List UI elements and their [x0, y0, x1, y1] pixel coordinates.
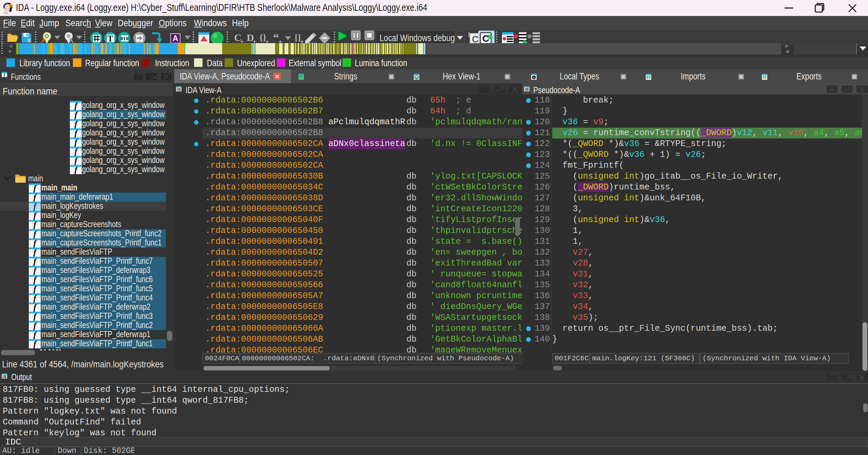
svg-text:T: T	[107, 34, 113, 43]
svg-text:t: t	[534, 76, 535, 79]
svg-text:”: ”	[300, 75, 302, 79]
svg-text:010: 010	[120, 36, 129, 41]
svg-text:C: C	[482, 33, 489, 44]
